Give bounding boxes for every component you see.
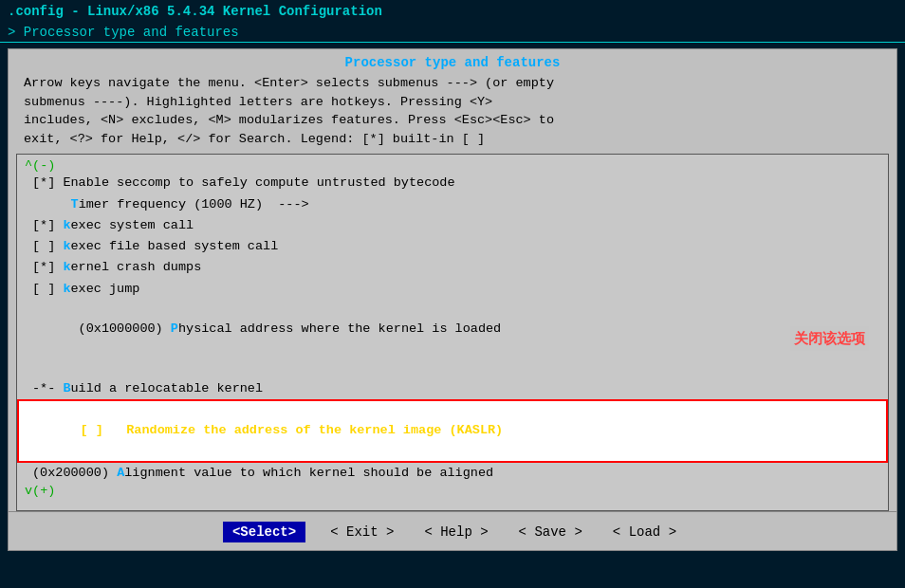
instruction-line-2: submenus ----). Highlighted letters are … xyxy=(24,93,881,112)
menu-item-kexec-jump[interactable]: [ ] kexec jump xyxy=(17,279,888,300)
help-button[interactable]: < Help > xyxy=(418,522,493,542)
instruction-line-4: exit, <?> for Help, </> for Search. Lege… xyxy=(24,130,881,149)
exit-button[interactable]: < Exit > xyxy=(324,522,399,542)
title-text: .config - Linux/x86 5.4.34 Kernel Config… xyxy=(8,4,382,19)
menu-item-phys-addr[interactable]: (0x1000000) Physical address where the k… xyxy=(17,300,888,378)
dialog-title: Processor type and features xyxy=(9,49,896,74)
breadcrumb-text: > Processor type and features xyxy=(8,25,239,40)
menu-item-kexec-syscall[interactable]: [*] kexec system call xyxy=(17,215,888,236)
load-button[interactable]: < Load > xyxy=(607,522,682,542)
breadcrumb: > Processor type and features xyxy=(0,23,905,43)
button-bar: <Select> < Exit > < Help > < Save > < Lo… xyxy=(9,511,896,550)
menu-item-timer[interactable]: Timer frequency (1000 HZ) ---> xyxy=(17,194,888,215)
menu-item-kexec-file[interactable]: [ ] kexec file based system call xyxy=(17,236,888,257)
menu-item-kaslr[interactable]: [ ] Randomize the address of the kernel … xyxy=(17,399,888,463)
scroll-top: ^(-) xyxy=(17,158,888,173)
menu-item-alignment[interactable]: (0x200000) Alignment value to which kern… xyxy=(17,463,888,484)
menu-item-seccomp[interactable]: [*] Enable seccomp to safely compute unt… xyxy=(17,173,888,193)
menu-item-kernel-crash[interactable]: [*] kernel crash dumps xyxy=(17,257,888,278)
instruction-line-1: Arrow keys navigate the menu. <Enter> se… xyxy=(24,74,881,93)
menu-item-relocatable[interactable]: -*- Build a relocatable kernel xyxy=(17,378,888,399)
title-bar: .config - Linux/x86 5.4.34 Kernel Config… xyxy=(0,0,905,23)
menu-area[interactable]: ^(-) [*] Enable seccomp to safely comput… xyxy=(16,154,889,511)
instructions: Arrow keys navigate the menu. <Enter> se… xyxy=(9,74,896,154)
scroll-bottom: v(+) xyxy=(17,484,888,498)
watermark: 关闭该选项 xyxy=(790,326,869,352)
main-dialog: Processor type and features Arrow keys n… xyxy=(8,48,897,551)
instruction-line-3: includes, <N> excludes, <M> modularizes … xyxy=(24,111,881,130)
save-button[interactable]: < Save > xyxy=(513,522,588,542)
select-button[interactable]: <Select> xyxy=(223,522,305,542)
